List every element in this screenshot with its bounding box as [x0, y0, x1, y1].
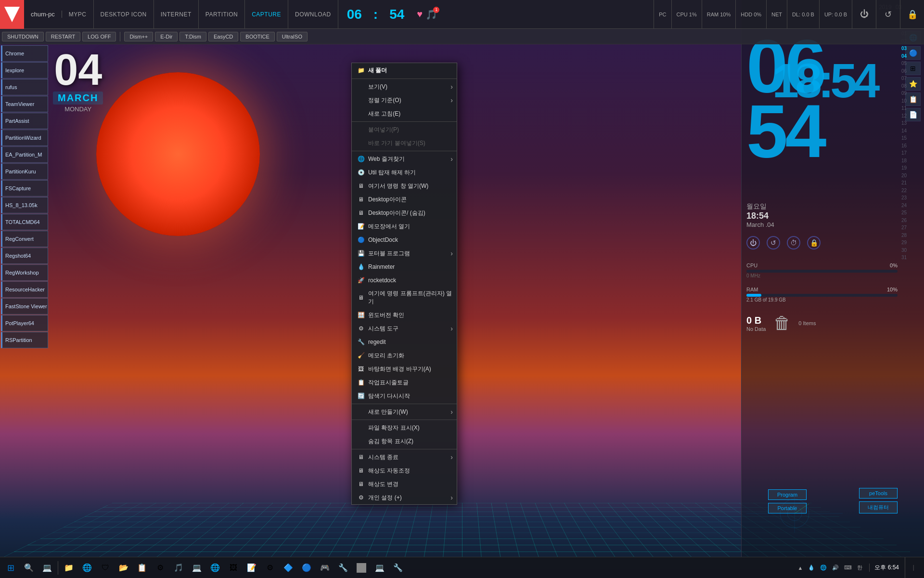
ctx-system-tools[interactable]: ⚙ 시스템 도구: [352, 322, 457, 335]
sidebar-item-teamviewer[interactable]: TeamViewer: [1, 96, 48, 112]
star-icon-r[interactable]: ⭐: [905, 77, 921, 91]
ctx-desktop-icon-hidden[interactable]: 🖥 Desktop아이콘/ (숨김): [352, 206, 457, 220]
tray-arrow[interactable]: ▲: [796, 564, 805, 572]
bottom-browser1[interactable]: 🌐: [78, 559, 96, 577]
ctx-cmd-admin[interactable]: 🖥 여기에 명령 프롬프트(관리자) 열기: [352, 287, 457, 308]
bottom-shield[interactable]: 🛡: [97, 559, 114, 577]
logoff-btn[interactable]: LOG OFF: [82, 32, 116, 41]
power-icon[interactable]: ⏻: [746, 236, 760, 250]
bottom-wrench[interactable]: 🔧: [334, 559, 352, 577]
sidebar-item-regconvert[interactable]: RegConvert: [1, 231, 48, 247]
lock-icon-r[interactable]: 🔒: [807, 236, 821, 250]
bottom-diamond[interactable]: 🔷: [280, 559, 297, 577]
sidebar-item-rspartition[interactable]: RSPartition: [1, 332, 48, 348]
ctx-refresh[interactable]: 새로 고침(E): [352, 107, 457, 120]
lock-button[interactable]: 🔒: [900, 0, 924, 29]
ctx-rainmeter[interactable]: 💧 Rainmeter: [352, 260, 457, 274]
ctx-res-change[interactable]: 🖥 해상도 변경: [352, 477, 457, 491]
power-button[interactable]: ⏻: [852, 0, 876, 29]
ctx-winver[interactable]: 🪟 윈도버전 확인: [352, 308, 457, 322]
nav-download[interactable]: DOWNLOAD: [288, 0, 338, 28]
tab-ultraiso[interactable]: UltraISO: [277, 32, 308, 41]
bottom-browser2[interactable]: 🌐: [206, 559, 224, 577]
ctx-regedit[interactable]: 🔧 regedit: [352, 335, 457, 349]
ctx-new-folder[interactable]: 📁 새 폴더: [352, 63, 457, 78]
ctx-desktop-icon[interactable]: 🖥 Desktop아이콘: [352, 193, 457, 206]
nav-mypc[interactable]: MYPC: [62, 0, 94, 28]
sidebar-item-partitionkuru[interactable]: PartitionKuru: [1, 163, 48, 180]
ctx-mem-init[interactable]: 🧹 메모리 초기화: [352, 349, 457, 362]
tray-keyboard[interactable]: ⌨: [842, 564, 854, 572]
bottom-clip[interactable]: 📋: [133, 559, 151, 577]
sidebar-item-chrome[interactable]: Chrome: [1, 45, 48, 62]
tray-icon3[interactable]: 🔊: [830, 564, 841, 572]
nav-partition[interactable]: PARTITION: [199, 0, 245, 28]
ctx-explorer-restart[interactable]: 🔄 탐색기 다시시작: [352, 389, 457, 403]
restart-btn[interactable]: RESTART: [46, 32, 80, 41]
bottom-taskview[interactable]: 💻: [38, 559, 56, 577]
timer-icon[interactable]: ⏱: [787, 236, 800, 250]
sidebar-item-hs8[interactable]: HS_8_13.05k: [1, 197, 48, 213]
tab-easycd[interactable]: EasyCD: [208, 32, 238, 41]
ctx-web-favorites[interactable]: 🌐 Web 즐겨찾기: [352, 152, 457, 166]
bottom-music[interactable]: 🎵: [170, 559, 187, 577]
grid-icon-r[interactable]: ⊞: [905, 62, 921, 75]
sidebar-item-faststone[interactable]: FastStone Viewer: [1, 298, 48, 315]
refresh-button[interactable]: ↺: [876, 0, 900, 29]
tray-icon1[interactable]: 💧: [806, 564, 817, 572]
file-icon-r[interactable]: 📄: [905, 108, 921, 121]
sidebar-item-potplayer[interactable]: PotPlayer64: [1, 315, 48, 331]
sidebar-item-partassist[interactable]: PartAssist: [1, 113, 48, 129]
sidebar-item-regshot64[interactable]: Regshot64: [1, 248, 48, 264]
bottom-image[interactable]: 🖼: [225, 559, 242, 577]
ctx-wallpaper[interactable]: 🖼 바탕화면 배경 바꾸기(A): [352, 362, 457, 376]
chrome-icon-r[interactable]: 🔵: [905, 46, 921, 60]
bottom-config[interactable]: ⚙: [261, 559, 279, 577]
sidebar-item-partitionwizard[interactable]: PartitionWizard: [1, 130, 48, 146]
sidebar-item-rufus[interactable]: rufus: [1, 79, 48, 95]
tab-dismpp[interactable]: Dism++: [124, 32, 153, 41]
ctx-shutdown[interactable]: 🖥 시스템 종료: [352, 450, 457, 464]
ctx-res-auto[interactable]: 🖥 해상도 자동조정: [352, 464, 457, 477]
bottom-note[interactable]: 📝: [243, 559, 260, 577]
ctx-taskbar-toggle[interactable]: 📋 작업표시줄토글: [352, 376, 457, 389]
ctx-util-unmount[interactable]: 💿 Util 탑재 해제 하기: [352, 166, 457, 179]
tray-icon2[interactable]: 🌐: [818, 564, 829, 572]
bottom-clock[interactable]: 오후 6:54: [869, 564, 904, 572]
ctx-rocketdock[interactable]: 🚀 rocketdock: [352, 274, 457, 287]
ctx-settings[interactable]: ⚙ 개인 설정 (+): [352, 491, 457, 504]
tab-tdism[interactable]: T:Dism: [180, 32, 206, 41]
sidebar-item-regworkshop[interactable]: RegWorkshop: [1, 264, 48, 281]
logo-button[interactable]: [0, 0, 24, 29]
bottom-search[interactable]: 🔍: [20, 559, 38, 577]
ctx-sort[interactable]: 정렬 기준(O): [352, 93, 457, 107]
ctx-view[interactable]: 보기(V): [352, 80, 457, 93]
tray-lang[interactable]: 한: [855, 563, 864, 572]
nav-desktop-icon[interactable]: DESKTOP ICON: [94, 0, 154, 28]
bottom-laptop[interactable]: 💻: [371, 559, 388, 577]
tab-edir[interactable]: E-Dir: [155, 32, 178, 41]
shutdown-btn[interactable]: SHUTDOWN: [2, 32, 44, 41]
tab-bootice[interactable]: BOOTICE: [240, 32, 275, 41]
bottom-tool2[interactable]: 🔧: [389, 559, 407, 577]
ctx-show-hidden[interactable]: 숨김 항목 표시(Z): [352, 434, 457, 448]
ctx-show-ext[interactable]: 파일 확장자 표시(X): [352, 421, 457, 434]
sidebar-item-resourceholder[interactable]: ResourceHacker: [1, 281, 48, 298]
bottom-files[interactable]: 📂: [115, 559, 132, 577]
bottom-pc[interactable]: 💻: [188, 559, 205, 577]
sidebar-item-totalcmd[interactable]: TOTALCMD64: [1, 214, 48, 230]
ctx-new[interactable]: 새로 만들기(W): [352, 405, 457, 419]
sidebar-item-ea-partition[interactable]: EA_Partition_M: [1, 146, 48, 163]
ctx-cmd-here[interactable]: 🖥 여기서 명령 창 열기(W): [352, 179, 457, 193]
bottom-blue-dot[interactable]: 🔵: [298, 559, 315, 577]
bottom-start[interactable]: ⊞: [2, 559, 19, 577]
ctx-portable[interactable]: 💾 포터블 프로그램: [352, 247, 457, 260]
bottom-folder[interactable]: 📁: [60, 559, 77, 577]
bottom-game[interactable]: 🎮: [316, 559, 334, 577]
sidebar-item-fscapture[interactable]: FSCapture: [1, 180, 48, 197]
ctx-objectdock[interactable]: 🔵 ObjectDock: [352, 233, 457, 247]
show-desktop-btn[interactable]: │: [905, 557, 922, 578]
refresh-icon-r[interactable]: ↺: [767, 236, 780, 250]
nav-capture[interactable]: CAPTURE: [245, 0, 288, 28]
bottom-square[interactable]: [353, 559, 370, 577]
